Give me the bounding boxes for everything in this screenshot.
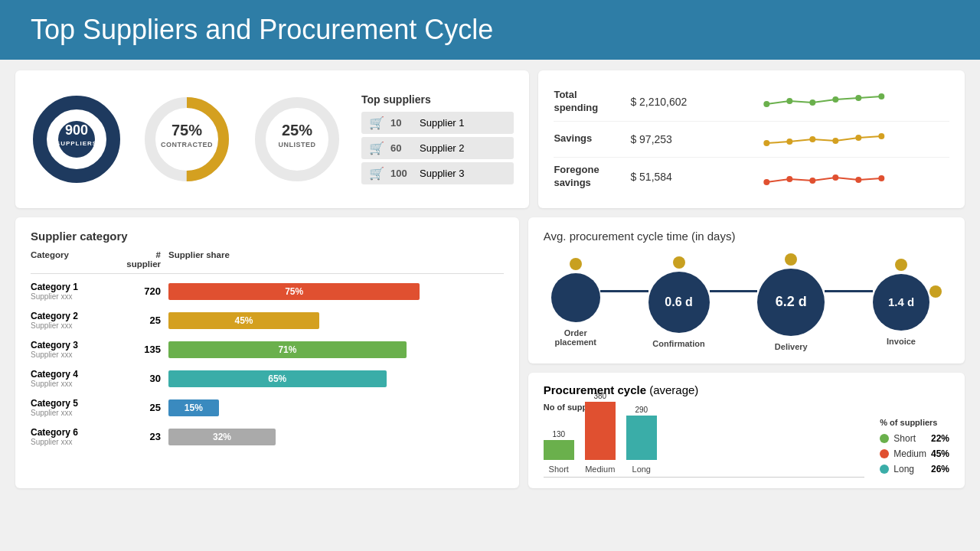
cycle-label-order: Orderplacement <box>555 328 596 347</box>
list-item: 🛒 10 Supplier 1 <box>361 112 514 134</box>
svg-point-16 <box>856 95 862 101</box>
supplier-name-3: Supplier 3 <box>420 168 465 179</box>
svg-point-8 <box>260 103 334 176</box>
bar-name-long: Long <box>632 465 651 474</box>
legend-dot-short <box>880 434 889 443</box>
legend-dot-long <box>880 465 889 474</box>
cart-icon: 🛒 <box>369 166 384 181</box>
category-title: Supplier category <box>31 230 504 243</box>
legend-dot-medium <box>880 449 889 458</box>
cart-icon: 🛒 <box>369 141 384 155</box>
spending-value-foregone: $ 51,584 <box>630 171 699 183</box>
sparkline-foregone <box>707 165 949 188</box>
cycle-dot-top <box>673 256 685 269</box>
suppliers-donut: 900 SUPPLIERS <box>31 93 122 185</box>
legend-title: % of suppliers <box>880 418 949 427</box>
proc-content: No of suppliers 130 Short 380 Medium <box>544 403 949 478</box>
supplier-list: Top suppliers 🛒 10 Supplier 1 🛒 60 Suppl… <box>361 93 514 184</box>
spending-label-foregone: Foregone savings <box>554 164 622 190</box>
cycle-label-invoice: Invoice <box>887 337 916 346</box>
svg-text:75%: 75% <box>172 122 202 139</box>
legend-item-medium: Medium 45% <box>880 448 949 459</box>
svg-text:900: 900 <box>65 122 88 138</box>
right-panels: Avg. procurement cycle time (in days) Or… <box>528 217 965 488</box>
contracted-donut: 75% CONTRACTED <box>141 93 233 185</box>
bar-value-short: 130 <box>552 430 565 439</box>
spending-label-savings: Savings <box>554 132 622 145</box>
cycle-title-main: Avg. procurement cycle time <box>544 230 691 243</box>
table-row: Category 1Supplier xxx 720 75% <box>31 277 504 306</box>
bar-group-long: 290 Long <box>626 406 657 474</box>
svg-point-24 <box>764 179 770 185</box>
legend-name-medium: Medium <box>893 448 926 459</box>
spending-row-savings: Savings $ 97,253 <box>554 122 949 158</box>
table-row: Category 3Supplier xxx 135 71% <box>31 335 504 364</box>
category-panel: Supplier category Category # supplier Su… <box>15 217 519 488</box>
cycle-circle-invoice: 1.4 d <box>873 274 929 331</box>
cycle-connector-2 <box>710 290 758 292</box>
svg-point-15 <box>833 96 839 103</box>
cycle-title: Avg. procurement cycle time (in days) <box>544 230 949 243</box>
supplier-list-title: Top suppliers <box>361 93 514 106</box>
legend-pct-short: 22% <box>931 433 949 444</box>
legend-item-short: Short 22% <box>880 433 949 444</box>
svg-text:UNLISTED: UNLISTED <box>279 141 316 148</box>
list-item: 🛒 60 Supplier 2 <box>361 137 514 159</box>
bar-group-short: 130 Short <box>544 430 574 474</box>
cycle-panel: Avg. procurement cycle time (in days) Or… <box>528 217 965 364</box>
svg-point-14 <box>810 99 816 106</box>
svg-point-26 <box>810 178 816 184</box>
bottom-row: Supplier category Category # supplier Su… <box>15 217 965 488</box>
svg-point-18 <box>764 140 770 146</box>
page-title: Top Suppliers and Procurement Cycle <box>31 14 493 45</box>
cycle-dot-top <box>785 253 797 266</box>
bar-value-long: 290 <box>635 406 648 414</box>
svg-point-19 <box>787 139 793 145</box>
col-share: Supplier share <box>161 250 504 269</box>
table-row: Category 2Supplier xxx 25 45% <box>31 306 504 335</box>
supplier-num-2: 60 <box>390 142 413 154</box>
svg-text:SUPPLIERS: SUPPLIERS <box>56 140 97 147</box>
kpi-panel: 900 SUPPLIERS 75% CONTRACTED 25% <box>15 70 529 208</box>
svg-point-29 <box>879 175 885 181</box>
cycle-flow: Orderplacement 0.6 d Confirmation 6.2 d <box>544 253 949 351</box>
svg-point-27 <box>833 174 839 181</box>
svg-point-17 <box>879 93 885 99</box>
svg-point-23 <box>879 133 885 139</box>
cycle-circle-order <box>551 273 600 322</box>
svg-point-22 <box>856 135 862 141</box>
cycle-circle-delivery: 6.2 d <box>757 269 825 336</box>
svg-text:CONTRACTED: CONTRACTED <box>161 141 213 148</box>
svg-point-25 <box>787 176 793 182</box>
cycle-end-dot <box>929 285 942 298</box>
sparkline-savings <box>707 128 949 151</box>
legend-name-short: Short <box>893 433 926 444</box>
svg-text:25%: 25% <box>282 122 312 139</box>
bar-rect-long <box>626 416 657 460</box>
top-row: 900 SUPPLIERS 75% CONTRACTED 25% <box>15 70 965 208</box>
sparkline-total <box>707 90 949 113</box>
spending-row-total: Total spending $ 2,210,602 <box>554 83 949 122</box>
cycle-dot-top <box>570 258 582 270</box>
cycle-node-order: Orderplacement <box>551 258 600 347</box>
cycle-label-confirmation: Confirmation <box>652 339 704 348</box>
spending-value-savings: $ 97,253 <box>630 133 699 145</box>
bar-value-medium: 380 <box>593 392 606 400</box>
svg-point-20 <box>810 136 816 142</box>
legend-name-long: Long <box>893 464 926 474</box>
bar-rect-short <box>544 440 574 460</box>
bar-name-short: Short <box>549 465 569 474</box>
bar-group-medium: 380 Medium <box>585 392 616 474</box>
list-item: 🛒 100 Supplier 3 <box>361 162 514 184</box>
cycle-circle-confirmation: 0.6 d <box>648 272 710 333</box>
table-row: Category 5Supplier xxx 25 15% <box>31 393 504 422</box>
cart-icon: 🛒 <box>369 116 384 130</box>
svg-point-12 <box>764 101 770 107</box>
spending-panel: Total spending $ 2,210,602 Savings <box>538 70 965 208</box>
svg-point-21 <box>833 138 839 144</box>
supplier-name-2: Supplier 2 <box>420 142 465 154</box>
legend-pct-medium: 45% <box>931 448 949 459</box>
table-row: Category 6Supplier xxx 23 32% <box>31 422 504 452</box>
cycle-title-sub: (in days) <box>691 230 736 243</box>
bar-name-medium: Medium <box>585 465 615 474</box>
